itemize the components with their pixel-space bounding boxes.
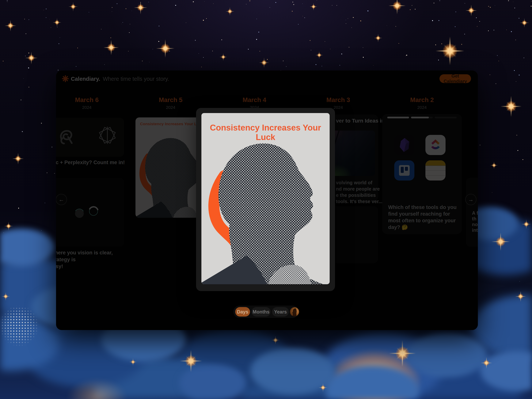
sparkle-star-icon [492,233,510,251]
sparkle-star-icon [522,219,531,229]
sparkle-star-icon [481,357,492,369]
sparkle-star-icon [374,34,382,42]
sparkle-star-icon [515,291,526,302]
sparkle-star-icon [310,3,317,10]
profile-avatar[interactable] [290,307,299,316]
sparkle-star-icon [12,153,24,164]
sparkle-star-icon [319,383,327,392]
view-switcher-bar: Days Months Years [233,305,299,318]
tab-months[interactable]: Months [252,307,271,317]
sparkle-star-icon [25,52,38,64]
avatar-silhouette [290,307,299,316]
tab-years[interactable]: Years [272,307,289,317]
sparkle-star-icon [226,7,234,16]
sparkle-star-icon [134,1,147,14]
sparkle-star-icon [5,20,16,31]
sparkle-star-icon [219,53,227,61]
sparkle-star-icon [436,37,464,65]
sparkle-star-icon [389,0,406,14]
sparkle-star-icon [156,39,174,57]
sparkle-star-icon [520,18,529,28]
halftone-head-art [201,138,330,284]
sparkle-star-icon [501,96,522,117]
consistency-poster[interactable]: Consistency Increases Your Luck [201,113,330,284]
sparkle-star-icon [315,51,323,59]
sparkle-star-icon [1,292,10,301]
sparkle-star-icon [129,358,137,366]
sparkle-star-icon [180,350,202,372]
sparkle-star-icon [68,2,78,11]
sparkle-star-icon [271,336,280,344]
sparkle-star-icon [466,5,477,16]
tab-days[interactable]: Days [235,307,250,317]
sparkle-star-icon [4,222,13,230]
sparkle-star-icon [259,57,269,68]
sparkle-star-icon [389,340,416,367]
sparkle-star-icon [490,162,498,169]
story-modal: Consistency Increases Your Luck [196,108,335,291]
sparkle-star-icon [53,18,61,27]
sparkle-star-icon [104,40,119,55]
